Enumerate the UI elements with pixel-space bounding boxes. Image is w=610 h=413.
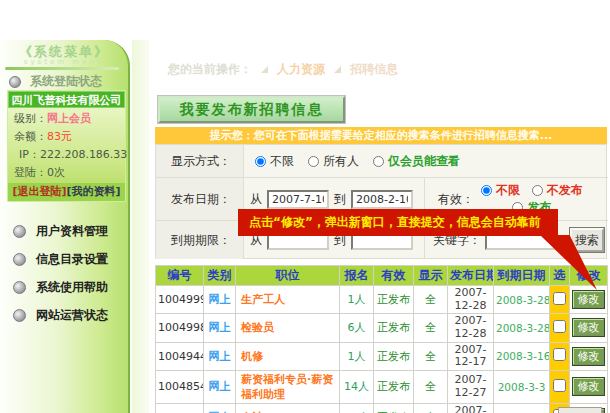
radio-input[interactable] [532,185,543,196]
ip-row: IP：222.208.186.33 [8,144,125,162]
level-row: 级别：网上会员 [8,108,125,126]
row-select-checkbox[interactable] [553,348,566,361]
ip-value: 222.208.186.33 [40,148,127,161]
display-option-unlimited[interactable]: 不限 [255,153,294,170]
table-row: 1004854 网上 薪资福利专员·薪资福利助理 14人 正发布 全 2007-… [156,370,608,403]
sidebar-edge-strip [132,40,149,413]
radio-label: 不限 [496,182,520,199]
login-count-row: 登陆：0次 [8,162,125,180]
job-id: 1004854 [156,370,204,403]
sidebar-item-label: 用户资料管理 [36,223,108,240]
col-header-expdate: 到期日期 [494,266,550,286]
sidebar-item-label: 系统使用帮助 [36,279,108,296]
modify-button[interactable]: 修改 [573,348,604,365]
col-header-category: 类别 [204,266,236,286]
bullet-icon [13,281,26,294]
job-valid-status: 正发布 [374,403,414,413]
login-status-label: 系统登陆状态 [30,73,102,90]
breadcrumb: 您的当前操作： 人力资源 招聘信息 [168,61,398,78]
balance-value: 83元 [47,130,72,143]
pub-date-to-input[interactable] [351,190,413,209]
radio-input[interactable] [308,156,319,167]
job-id: 1004853 [156,403,204,413]
display-mode-options: 不限 所有人 仅会员能查看 [244,145,608,178]
valid-option-unpublished[interactable]: 不发布 [532,182,583,199]
balance-label: 余额： [14,130,47,143]
radio-input[interactable] [481,185,492,196]
radio-label: 所有人 [323,153,359,170]
job-display-scope: 全 [414,286,448,314]
login-count-label: 登陆： [14,166,47,179]
display-option-members-only[interactable]: 仅会员能查看 [373,153,460,170]
row-select-checkbox[interactable] [553,320,566,333]
logout-link[interactable]: [退出登陆] [12,185,66,198]
job-category: 网上 [204,370,236,403]
job-id: 1004944 [156,342,204,370]
radio-label: 不发布 [547,182,583,199]
level-value: 网上会员 [47,112,91,125]
job-position-link[interactable]: 薪资福利专员·薪资福利助理 [236,370,340,403]
sidebar-item-label: 信息目录设置 [36,251,108,268]
job-position-link[interactable]: 机修 [236,342,340,370]
pub-date-from-input[interactable] [267,190,329,209]
job-applicants: 1人 [340,286,374,314]
table-row: 1004853 网上 会计 22人 正发布 全 2007-12-27 2008-… [156,403,608,413]
sidebar-item-info-directory[interactable]: 信息目录设置 [13,251,108,268]
sidebar-item-help[interactable]: 系统使用帮助 [13,279,108,296]
job-applicants: 22人 [340,403,374,413]
job-valid-status: 正发布 [374,314,414,342]
breadcrumb-link-recruit[interactable]: 招聘信息 [350,61,398,78]
col-header-select: 选 [550,266,570,286]
job-id: 1004999 [156,286,204,314]
job-position-link[interactable]: 会计 [236,403,340,413]
pagination-partial[interactable] [558,407,602,413]
radio-input[interactable] [255,156,266,167]
table-row: 1004998 网上 检验员 6人 正发布 全 2007-12-28 2008-… [156,314,608,342]
row-select-checkbox[interactable] [553,292,566,305]
bullet-icon [13,225,26,238]
col-header-valid: 有效 [374,266,414,286]
breadcrumb-label: 您的当前操作： [168,61,252,78]
admin-page: 《系统菜单》 system menu 系统登陆状态 四川飞普科技有限公司 级别：… [0,0,610,413]
job-pub-date: 2007-12-27 [448,370,494,403]
modify-button[interactable]: 修改 [573,378,604,395]
job-position-link[interactable]: 检验员 [236,314,340,342]
job-exp-date: 2008-3-3 [494,370,550,403]
company-name: 四川飞普科技有限公司 [8,91,125,108]
job-pub-date: 2007-12-27 [448,403,494,413]
to-label: 到 [334,191,346,208]
job-position-link[interactable]: 生产工人 [236,286,340,314]
search-form: 显示方式： 不限 所有人 仅会员能查看 发布日期： 从 到 有效： [155,144,607,259]
sidebar-menu-subtitle: system menu [0,58,128,66]
radio-input[interactable] [373,156,384,167]
radio-label: 仅会员能查看 [388,153,460,170]
job-category: 网上 [204,314,236,342]
row-select-checkbox[interactable] [553,379,566,392]
login-status-header: 系统登陆状态 [9,73,102,90]
valid-label: 有效： [438,191,474,208]
valid-option-unlimited[interactable]: 不限 [481,182,520,199]
breadcrumb-link-hr[interactable]: 人力资源 [277,61,325,78]
my-profile-link[interactable]: [我的资料] [67,185,121,198]
table-row: 1004944 网上 机修 1人 正发布 全 2007-12-17 2008-3… [156,342,608,370]
modify-button[interactable]: 修改 [573,291,604,308]
modify-button[interactable]: 修改 [573,319,604,336]
sidebar-item-user-profile[interactable]: 用户资料管理 [13,223,108,240]
sidebar: 《系统菜单》 system menu 系统登陆状态 四川飞普科技有限公司 级别：… [0,40,130,413]
col-header-position: 职位 [236,266,340,286]
expire-label: 到期期限： [156,221,244,259]
display-mode-label: 显示方式： [156,145,244,178]
col-header-applicants: 报名 [340,266,374,286]
triangle-icon [334,66,341,73]
level-label: 级别： [14,112,47,125]
job-exp-date: 2008-3-28 [494,286,550,314]
job-valid-status: 正发布 [374,286,414,314]
display-option-everyone[interactable]: 所有人 [308,153,359,170]
balance-row: 余额：83元 [8,126,125,144]
sidebar-item-site-status[interactable]: 网站运营状态 [13,307,108,324]
job-exp-date: 2008-3-16 [494,342,550,370]
triangle-icon [261,66,268,73]
job-pub-date: 2007-12-28 [448,286,494,314]
publish-new-job-button[interactable]: 我要发布新招聘信息 [158,96,345,123]
status-bullet-icon [9,76,21,88]
